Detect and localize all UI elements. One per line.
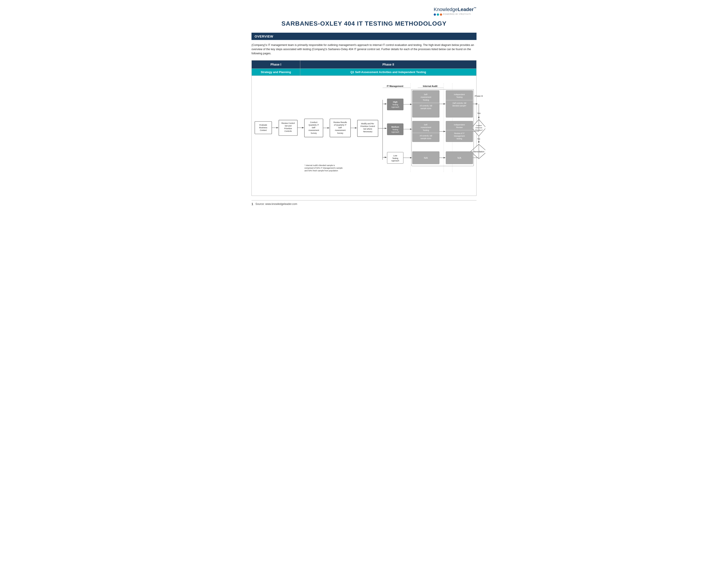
svg-text:Half controls, full: Half controls, full	[452, 102, 466, 104]
svg-text:Approach: Approach	[391, 160, 399, 162]
svg-text:and 50% fresh sample from popu: and 50% fresh sample from population	[304, 169, 338, 172]
svg-text:Assessment: Assessment	[420, 96, 431, 98]
svg-text:High: High	[393, 101, 398, 103]
diagram-body: IT Management Internal Audit Evaluate Bu…	[252, 76, 476, 195]
svg-text:testing: testing	[457, 137, 462, 140]
svg-text:sample sizes: sample sizes	[420, 107, 431, 109]
overview-paragraph: (Company)'s IT management team is primar…	[251, 43, 477, 56]
svg-text:Testing: Testing	[423, 99, 429, 101]
svg-text:Assessment: Assessment	[420, 126, 431, 128]
svg-text:Independent: Independent	[454, 93, 465, 96]
svg-text:Independent: Independent	[454, 124, 465, 126]
svg-text:Business: Business	[259, 126, 267, 129]
svg-text:Testing: Testing	[456, 96, 462, 98]
box-evaluate-text: Evaluate	[259, 124, 267, 126]
footnote-text: * Internal Audit's blended sample is	[304, 164, 335, 166]
svg-text:Self-: Self-	[424, 124, 428, 126]
svg-text:Modify and Re-: Modify and Re-	[361, 122, 374, 124]
flowchart-area: IT Management Internal Audit Evaluate Bu…	[254, 80, 474, 193]
logo-knowledge: Knowledge	[434, 7, 458, 12]
footer: 1 Source: www.knowledgeleader.com	[251, 200, 477, 206]
svg-text:Conduct: Conduct	[310, 121, 318, 123]
svg-text:Testing: Testing	[423, 129, 429, 131]
footer-source: Source: www.knowledgeleader.com	[255, 202, 297, 205]
svg-text:Self-: Self-	[312, 126, 316, 129]
logo-dots	[434, 13, 442, 16]
svg-text:Approach: Approach	[391, 131, 399, 133]
svg-text:sample sizes: sample sizes	[420, 137, 431, 139]
page-number: 1	[251, 202, 253, 206]
phase-headers: Phase I Phase II	[252, 60, 476, 69]
svg-text:Review: Review	[456, 126, 463, 128]
powered-by-text: POWERED BY PROTIVITI	[443, 13, 471, 15]
svg-text:Controls: Controls	[284, 130, 292, 132]
flowchart-svg: IT Management Internal Audit Evaluate Bu…	[254, 80, 474, 192]
svg-text:N/A: N/A	[458, 157, 461, 159]
svg-text:All controls, full: All controls, full	[420, 135, 432, 137]
subphase2-label: Q1 Self-Assessment Activities and Indepe…	[300, 69, 476, 75]
it-mgmt-col-header: IT Management	[387, 85, 403, 87]
svg-text:Review Control: Review Control	[281, 122, 295, 124]
svg-text:Management: Management	[454, 135, 465, 137]
svg-text:Self-: Self-	[424, 93, 428, 96]
svg-text:Assessment: Assessment	[335, 129, 346, 131]
dot-teal	[437, 13, 439, 16]
svg-text:N/A: N/A	[424, 157, 428, 159]
svg-text:Set and: Set and	[285, 125, 292, 127]
svg-text:comprised of 50% IT Management: comprised of 50% IT Management's sample	[304, 167, 343, 169]
svg-text:Review of IT: Review of IT	[454, 132, 465, 134]
svg-text:Prioritize: Prioritize	[284, 127, 292, 130]
svg-text:Survey: Survey	[337, 132, 343, 134]
svg-text:Self-: Self-	[338, 126, 342, 129]
svg-text:Survey: Survey	[311, 132, 317, 134]
svg-text:Review Results: Review Results	[334, 121, 347, 123]
svg-text:Testing: Testing	[392, 157, 398, 159]
svg-text:Testing: Testing	[392, 128, 398, 131]
dot-orange	[440, 13, 442, 16]
subphase-headers: Strategy and Planning Q1 Self-Assessment…	[252, 69, 476, 76]
svg-text:Low: Low	[393, 154, 397, 157]
svg-text:Approach: Approach	[391, 106, 399, 108]
logo-area: KnowledgeLeader™ POWERED BY PROTIVITI	[251, 7, 477, 16]
phase2-header: Phase II	[300, 60, 476, 68]
svg-text:of Quarterly IT: of Quarterly IT	[334, 124, 347, 126]
svg-text:Quarterly IT: Quarterly IT	[309, 124, 319, 126]
svg-text:blended sample*: blended sample*	[452, 105, 466, 107]
svg-text:Testing: Testing	[392, 103, 398, 106]
subphase1-label: Strategy and Planning	[252, 69, 300, 75]
svg-text:Assessment: Assessment	[308, 129, 319, 131]
section-header: OVERVIEW	[251, 33, 477, 40]
logo-text: KnowledgeLeader™	[434, 7, 477, 13]
phase3-label: Phase III	[475, 95, 483, 97]
svg-text:Context: Context	[260, 129, 267, 131]
diagram-container: Phase I Phase II Strategy and Planning Q…	[251, 60, 477, 196]
phase1-header: Phase I	[252, 60, 300, 68]
svg-text:Set where: Set where	[363, 128, 372, 130]
page-title: SARBANES-OXLEY 404 IT TESTING METHODOLOG…	[251, 20, 477, 27]
internal-audit-col-header: Internal Audit	[423, 85, 438, 87]
svg-text:Prioritize Control: Prioritize Control	[360, 125, 375, 127]
dot-blue	[434, 13, 436, 16]
svg-text:All controls, full: All controls, full	[420, 105, 432, 107]
svg-text:Medium: Medium	[391, 126, 399, 128]
svg-text:Necessary: Necessary	[363, 130, 373, 133]
